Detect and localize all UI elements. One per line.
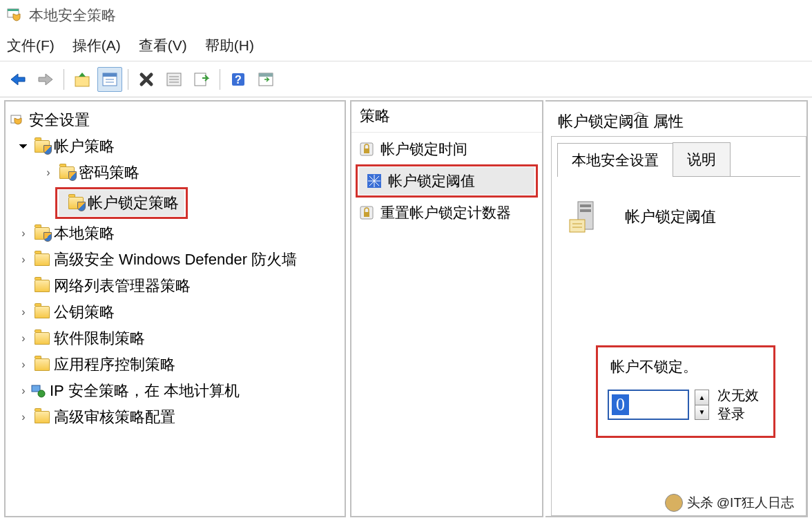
toolbar-separator bbox=[220, 69, 220, 90]
tree-public-key[interactable]: › 公钥策略 bbox=[6, 299, 345, 325]
tree-label: 高级审核策略配置 bbox=[54, 407, 175, 428]
spinner-down[interactable]: ▼ bbox=[695, 405, 708, 420]
back-button[interactable] bbox=[6, 67, 30, 92]
chevron-right-icon[interactable]: › bbox=[17, 253, 30, 266]
folder-icon bbox=[59, 166, 75, 179]
policy-label: 重置帐户锁定计数器 bbox=[380, 203, 511, 222]
chevron-right-icon[interactable]: › bbox=[17, 411, 30, 423]
svg-rect-2 bbox=[75, 77, 89, 86]
column-header-policy[interactable]: 策略 ︿ bbox=[351, 102, 542, 133]
toolbar: ? bbox=[0, 61, 812, 97]
server-icon bbox=[566, 198, 604, 236]
tree-label: 密码策略 bbox=[79, 162, 139, 183]
delete-button[interactable] bbox=[134, 67, 159, 92]
security-settings-icon bbox=[10, 113, 25, 128]
policy-lock-icon bbox=[358, 141, 375, 157]
toolbar-separator bbox=[64, 69, 64, 90]
toolbar-separator bbox=[128, 69, 128, 90]
svg-rect-27 bbox=[364, 212, 369, 217]
tree-local-policy[interactable]: › 本地策略 bbox=[6, 220, 345, 247]
folder-icon bbox=[68, 197, 84, 209]
tree-root[interactable]: 安全设置 bbox=[6, 107, 345, 133]
watermark-avatar bbox=[665, 494, 683, 512]
policy-lockout-duration[interactable]: 帐户锁定时间 bbox=[351, 135, 542, 163]
policy-list-panel: 策略 ︿ 帐户锁定时间 帐户锁定阈值 重置帐户锁定计数器 bbox=[350, 100, 543, 517]
window-title: 本地安全策略 bbox=[29, 6, 116, 25]
property-field-label: 帐户锁定阈值 bbox=[625, 207, 716, 227]
svg-rect-20 bbox=[364, 148, 369, 153]
tree-software-restrict[interactable]: › 软件限制策略 bbox=[6, 325, 345, 352]
policy-lockout-threshold[interactable]: 帐户锁定阈值 bbox=[359, 167, 534, 195]
policy-label: 帐户锁定时间 bbox=[380, 140, 467, 159]
properties-title: 帐户锁定阈值 属性 bbox=[558, 111, 684, 132]
chevron-right-icon[interactable]: › bbox=[17, 227, 30, 240]
tree-label: 帐户策略 bbox=[54, 136, 115, 157]
tree-ip-security[interactable]: › IP 安全策略，在 本地计算机 bbox=[6, 378, 345, 404]
tree-app-control[interactable]: › 应用程序控制策略 bbox=[6, 352, 345, 378]
tree-defender[interactable]: › 高级安全 Windows Defender 防火墙 bbox=[6, 247, 345, 273]
tree-label: 网络列表管理器策略 bbox=[54, 276, 191, 296]
highlight-lockout-threshold: 帐户锁定阈值 bbox=[356, 164, 538, 198]
tree-label: IP 安全策略，在 本地计算机 bbox=[50, 381, 240, 401]
threshold-suffix: 次无效登录 bbox=[717, 386, 764, 423]
folder-icon bbox=[35, 140, 50, 153]
tree-panel: 安全设置 ⏷ 帐户策略 › 密码策略 帐户锁定策略 › 本地策略 › 高级安全 bbox=[4, 100, 346, 517]
tree-audit[interactable]: › 高级审核策略配置 bbox=[6, 404, 345, 430]
properties-button[interactable] bbox=[97, 67, 122, 92]
menu-view[interactable]: 查看(V) bbox=[139, 36, 187, 55]
threshold-input[interactable]: 0 bbox=[608, 390, 689, 420]
tree-label: 软件限制策略 bbox=[54, 328, 145, 349]
tree-label: 本地策略 bbox=[54, 223, 115, 244]
help-button[interactable]: ? bbox=[226, 67, 251, 92]
forward-button[interactable] bbox=[33, 67, 58, 92]
highlight-lock-value: 帐户不锁定。 0 ▲ ▼ 次无效登录 bbox=[596, 345, 775, 438]
chevron-right-icon[interactable]: › bbox=[41, 166, 55, 179]
chevron-right-icon[interactable]: › bbox=[17, 358, 30, 371]
folder-icon bbox=[35, 358, 50, 371]
chevron-right-icon[interactable]: › bbox=[17, 306, 30, 318]
tree-network-list[interactable]: 网络列表管理器策略 bbox=[6, 273, 345, 299]
threshold-spinner[interactable]: ▲ ▼ bbox=[695, 390, 709, 420]
menu-bar: 文件(F) 操作(A) 查看(V) 帮助(H) bbox=[0, 33, 812, 61]
svg-point-18 bbox=[38, 390, 45, 397]
folder-icon bbox=[35, 332, 50, 345]
tree-label: 帐户锁定策略 bbox=[88, 193, 179, 213]
refresh-button[interactable] bbox=[253, 67, 278, 92]
chevron-down-icon[interactable]: ⏷ bbox=[17, 140, 30, 153]
menu-help[interactable]: 帮助(H) bbox=[205, 36, 254, 55]
workspace: 安全设置 ⏷ 帐户策略 › 密码策略 帐户锁定策略 › 本地策略 › 高级安全 bbox=[0, 97, 812, 517]
svg-rect-15 bbox=[259, 73, 273, 77]
tree-label: 应用程序控制策略 bbox=[54, 354, 175, 375]
properties-tabs: 本地安全设置 说明 bbox=[557, 142, 800, 177]
policy-label: 帐户锁定阈值 bbox=[388, 171, 475, 191]
policy-hash-icon bbox=[366, 173, 383, 189]
tab-description[interactable]: 说明 bbox=[673, 142, 731, 176]
chevron-right-icon[interactable]: › bbox=[17, 385, 30, 397]
folder-icon bbox=[35, 306, 50, 318]
export-button[interactable] bbox=[189, 67, 214, 92]
policy-reset-counter[interactable]: 重置帐户锁定计数器 bbox=[351, 199, 542, 227]
up-button[interactable] bbox=[70, 67, 95, 92]
svg-rect-30 bbox=[580, 209, 591, 212]
tree-lockout-policy[interactable]: 帐户锁定策略 bbox=[59, 190, 184, 216]
spinner-up[interactable]: ▲ bbox=[695, 390, 708, 405]
tab-local-security[interactable]: 本地安全设置 bbox=[557, 143, 673, 177]
list-button[interactable] bbox=[162, 67, 186, 92]
tree-root-label: 安全设置 bbox=[29, 110, 90, 131]
tree-password-policy[interactable]: › 密码策略 bbox=[6, 160, 345, 186]
tree-label: 高级安全 Windows Defender 防火墙 bbox=[54, 249, 297, 270]
svg-rect-29 bbox=[580, 204, 591, 207]
policy-lock-icon bbox=[358, 204, 375, 221]
tree-account-policy[interactable]: ⏷ 帐户策略 bbox=[6, 133, 345, 160]
menu-action[interactable]: 操作(A) bbox=[72, 36, 121, 55]
chevron-right-icon[interactable]: › bbox=[17, 332, 30, 345]
folder-icon bbox=[35, 411, 50, 423]
menu-file[interactable]: 文件(F) bbox=[7, 36, 55, 55]
watermark-text: 头杀 @IT狂人日志 bbox=[687, 494, 794, 512]
app-icon bbox=[7, 7, 23, 23]
properties-panel: 帐户锁定阈值 属性 本地安全设置 说明 帐户锁定阈值 帐户不锁定。 bbox=[545, 100, 808, 517]
svg-text:?: ? bbox=[235, 74, 242, 86]
svg-rect-11 bbox=[195, 73, 206, 86]
svg-rect-17 bbox=[32, 385, 40, 392]
svg-rect-4 bbox=[103, 73, 117, 77]
